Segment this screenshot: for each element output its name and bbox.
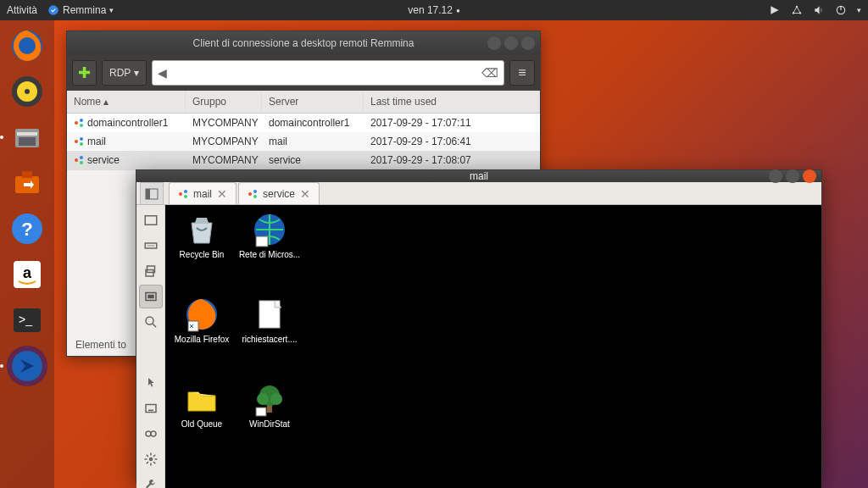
tree-icon — [251, 380, 288, 418]
menu-button[interactable]: ≡ — [509, 60, 535, 86]
desktop-icon[interactable]: Rete di Micros... — [237, 211, 302, 260]
connection-table: domaincontroller1 MYCOMPANY domaincontro… — [67, 114, 540, 169]
svg-point-35 — [184, 190, 187, 193]
svg-rect-63 — [256, 408, 266, 416]
app-menu[interactable]: Remmina ▾ — [47, 4, 114, 16]
tool-scale[interactable] — [139, 208, 163, 232]
tool-preferences[interactable] — [139, 447, 163, 471]
svg-rect-13 — [19, 137, 36, 146]
volume-icon[interactable] — [813, 4, 825, 16]
column-server[interactable]: Server — [262, 91, 364, 113]
launcher-amazon[interactable]: a — [7, 254, 47, 295]
desktop-icon[interactable]: Old Queue — [170, 380, 234, 430]
doc-icon — [251, 296, 288, 333]
svg-text:a: a — [23, 264, 32, 281]
desktop-icon[interactable]: Recycle Bin — [170, 211, 234, 260]
maximize-button[interactable] — [504, 36, 518, 50]
svg-text:>_: >_ — [19, 313, 32, 326]
remmina-title: Client di connessione a desktop remoti R… — [193, 37, 415, 49]
desktop-icon-label: Rete di Micros... — [237, 250, 302, 260]
session-titlebar[interactable]: mail — [136, 170, 821, 182]
clock[interactable]: ven 17.12 — [408, 4, 453, 16]
session-close-button[interactable] — [803, 169, 816, 183]
new-connection-button[interactable]: ✚ — [72, 60, 97, 86]
svg-point-28 — [80, 142, 83, 146]
tool-minimize[interactable] — [139, 396, 163, 420]
svg-point-37 — [248, 192, 252, 196]
folder-icon — [183, 380, 220, 418]
svg-rect-49 — [146, 405, 156, 413]
top-panel: Attività Remmina ▾ ven 17.12 ● ▾ — [0, 0, 868, 20]
table-row[interactable]: domaincontroller1 MYCOMPANY domaincontro… — [67, 114, 540, 132]
connection-icon — [74, 118, 84, 128]
network-icon[interactable] — [791, 4, 803, 16]
column-name[interactable]: Nome ▴ — [67, 91, 186, 113]
desktop-icon-label: Old Queue — [170, 419, 234, 430]
tab-close-icon[interactable]: ✕ — [300, 187, 310, 201]
svg-point-26 — [75, 140, 78, 143]
tool-search[interactable] — [139, 310, 163, 334]
session-minimize-button[interactable] — [769, 169, 782, 183]
svg-point-61 — [257, 393, 269, 405]
tool-keyboard[interactable] — [139, 234, 163, 258]
launcher-help[interactable]: ? — [7, 208, 47, 249]
launcher-firefox[interactable] — [7, 25, 47, 66]
tool-fit-window[interactable] — [139, 285, 163, 308]
remmina-panel-icon — [47, 4, 59, 16]
table-row[interactable]: service MYCOMPANY service 2017-09-29 - 1… — [67, 151, 540, 169]
table-row[interactable]: mail MYCOMPANY mail 2017-09-29 - 17:06:4… — [67, 132, 540, 151]
activities-button[interactable]: Attività — [7, 4, 37, 16]
desktop-icon[interactable]: WinDirStat — [237, 380, 302, 430]
svg-rect-12 — [17, 132, 37, 136]
remmina-indicator-icon[interactable] — [769, 4, 781, 16]
svg-line-48 — [153, 324, 156, 327]
launcher-dock: ? a >_ — [0, 20, 54, 488]
svg-rect-57 — [188, 321, 198, 331]
launcher-software[interactable] — [7, 163, 47, 203]
launcher-terminal[interactable]: >_ — [7, 300, 47, 341]
svg-point-0 — [48, 5, 58, 15]
launcher-remmina[interactable] — [7, 346, 47, 386]
tab-service[interactable]: service ✕ — [238, 182, 320, 204]
svg-point-10 — [25, 89, 30, 94]
power-icon[interactable] — [835, 4, 847, 16]
remote-desktop-view[interactable]: Recycle BinRete di Micros...Mozilla Fire… — [165, 205, 821, 488]
launcher-rhythmbox[interactable] — [7, 71, 47, 112]
svg-rect-40 — [145, 216, 157, 225]
clear-input-icon[interactable]: ⌫ — [481, 66, 498, 80]
tool-tools[interactable] — [139, 473, 163, 488]
connection-icon — [248, 189, 258, 199]
session-side-toolbar — [136, 205, 165, 488]
remmina-titlebar[interactable]: Client di connessione a desktop remoti R… — [67, 31, 540, 55]
svg-rect-55 — [256, 236, 268, 247]
desktop-icon[interactable]: richiestacert.... — [237, 296, 302, 345]
svg-point-24 — [80, 119, 83, 122]
sidebar-toggle-button[interactable] — [140, 182, 164, 204]
connection-icon — [74, 136, 84, 147]
svg-point-39 — [253, 195, 257, 198]
minimize-button[interactable] — [487, 36, 501, 50]
svg-point-52 — [151, 431, 156, 436]
svg-point-53 — [148, 458, 153, 462]
column-time[interactable]: Last time used — [364, 91, 540, 113]
tool-disconnect[interactable] — [139, 422, 163, 446]
tool-fullscreen[interactable] — [139, 259, 163, 283]
close-button[interactable] — [521, 36, 535, 50]
quick-connect-input[interactable]: ◀ ⌫ — [152, 60, 504, 86]
column-group[interactable]: Gruppo — [186, 91, 262, 113]
desktop-icon-label: WinDirStat — [237, 419, 302, 430]
desktop-icon-label: Recycle Bin — [170, 250, 234, 260]
connection-table-header: Nome ▴ Gruppo Server Last time used — [67, 91, 540, 114]
session-maximize-button[interactable] — [786, 169, 799, 183]
protocol-selector[interactable]: RDP ▾ — [102, 60, 147, 86]
session-title: mail — [470, 170, 488, 182]
desktop-icon[interactable]: Mozilla Firefox — [170, 296, 234, 345]
remmina-toolbar: ✚ RDP ▾ ◀ ⌫ ≡ — [67, 55, 540, 91]
tab-mail[interactable]: mail ✕ — [169, 182, 236, 204]
globe-icon — [251, 211, 288, 248]
svg-rect-46 — [147, 295, 154, 299]
launcher-files[interactable] — [7, 117, 47, 158]
connection-icon — [178, 189, 188, 199]
tab-close-icon[interactable]: ✕ — [217, 187, 227, 201]
tool-grab-input[interactable] — [139, 371, 163, 395]
